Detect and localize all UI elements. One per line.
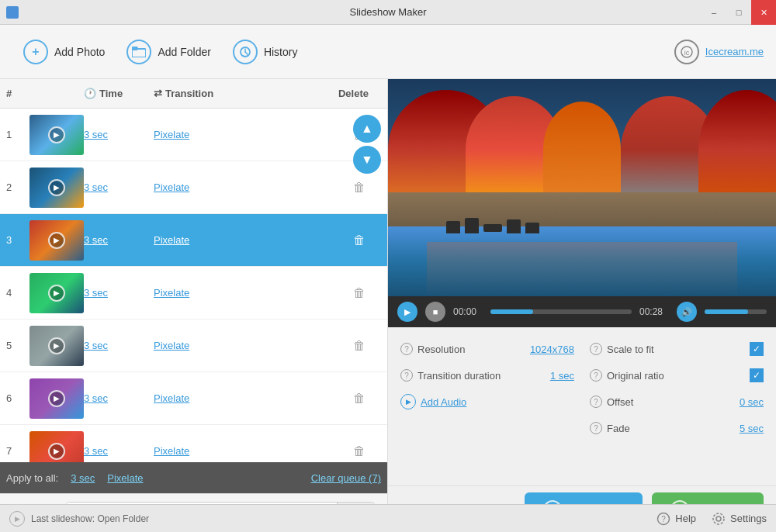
slide-transition-link[interactable]: Pixelate xyxy=(154,340,189,351)
slide-thumbnail: ▶ xyxy=(29,378,84,419)
clock-icon: 🕐 xyxy=(84,88,96,99)
slide-time: 3 sec xyxy=(84,234,154,246)
apply-transition-link[interactable]: Pixelate xyxy=(107,472,143,484)
transition-duration-row: ? Transition duration 1 sec xyxy=(400,364,574,386)
offset-value[interactable]: 0 sec xyxy=(740,396,764,408)
slide-num: 1 xyxy=(6,129,29,140)
volume-button[interactable]: 🔊 xyxy=(677,302,697,322)
delete-button[interactable]: 🗑 xyxy=(353,339,365,353)
transition-help-icon[interactable]: ? xyxy=(400,369,413,382)
offset-row: ? Offset 0 sec xyxy=(590,391,764,413)
slide-num: 3 xyxy=(6,234,29,246)
svg-point-10 xyxy=(713,513,724,524)
nav-up-button[interactable]: ▲ xyxy=(353,115,381,143)
slide-transition: Pixelate xyxy=(154,340,262,351)
main-content: # 🕐 Time ⇄ Transition Delete 1 ▶ 3 sec xyxy=(0,79,776,532)
slide-transition: Pixelate xyxy=(154,445,262,457)
fade-label: Fade xyxy=(607,423,735,434)
video-preview: ▶ ■ 00:00 00:28 🔊 xyxy=(388,79,776,327)
toolbar-right: ic Icecream.me xyxy=(674,40,764,64)
slide-delete: 🗑 xyxy=(262,444,381,458)
slide-transition-link[interactable]: Pixelate xyxy=(154,445,189,457)
slide-transition-link[interactable]: Pixelate xyxy=(154,392,189,404)
slide-transition-link[interactable]: Pixelate xyxy=(154,129,189,140)
delete-button[interactable]: 🗑 xyxy=(353,286,365,300)
slide-row[interactable]: 1 ▶ 3 sec Pixelate 🗑 xyxy=(0,109,387,161)
slide-thumbnail: ▶ xyxy=(29,168,84,208)
delete-button[interactable]: 🗑 xyxy=(353,392,365,406)
volume-bar[interactable] xyxy=(705,309,767,314)
history-button[interactable]: History xyxy=(222,33,309,71)
help-button[interactable]: ? Help xyxy=(656,512,696,526)
close-button[interactable]: ✕ xyxy=(751,0,776,25)
thumbnail-play-icon: ▶ xyxy=(48,232,65,249)
original-ratio-check[interactable]: ✓ xyxy=(750,368,764,382)
landscape xyxy=(388,79,776,296)
transition-duration-label: Transition duration xyxy=(417,370,546,382)
add-photo-icon: + xyxy=(23,40,48,64)
scale-help-icon[interactable]: ? xyxy=(590,343,602,355)
slide-row[interactable]: 4 ▶ 3 sec Pixelate 🗑 xyxy=(0,267,387,320)
settings-button[interactable]: Settings xyxy=(712,512,767,526)
slide-row[interactable]: 3 ▶ 3 sec Pixelate 🗑 xyxy=(0,214,387,267)
slide-time: 3 sec xyxy=(84,129,154,140)
slide-list[interactable]: 1 ▶ 3 sec Pixelate 🗑 2 ▶ xyxy=(0,109,387,462)
progress-bar[interactable] xyxy=(490,309,632,314)
fade-value[interactable]: 5 sec xyxy=(740,423,764,434)
resolution-value[interactable]: 1024x768 xyxy=(530,344,574,355)
transition-icon: ⇄ xyxy=(154,88,162,99)
slide-row[interactable]: 2 ▶ 3 sec Pixelate 🗑 xyxy=(0,161,387,214)
slide-row[interactable]: 6 ▶ 3 sec Pixelate 🗑 xyxy=(0,372,387,425)
slide-time-link[interactable]: 3 sec xyxy=(84,129,108,140)
fade-help-icon[interactable]: ? xyxy=(590,422,602,434)
slide-delete: 🗑 xyxy=(262,339,381,353)
scale-to-fit-check[interactable]: ✓ xyxy=(750,342,764,356)
slide-transition-link[interactable]: Pixelate xyxy=(154,234,189,246)
original-help-icon[interactable]: ? xyxy=(590,369,602,382)
apply-time-link[interactable]: 3 sec xyxy=(71,472,95,484)
slide-transition-link[interactable]: Pixelate xyxy=(154,181,189,193)
time-total: 00:28 xyxy=(639,306,669,317)
stop-button[interactable]: ■ xyxy=(425,302,445,322)
slide-delete: 🗑 xyxy=(262,181,381,195)
slide-time-link[interactable]: 3 sec xyxy=(84,181,108,193)
slide-time-link[interactable]: 3 sec xyxy=(84,234,108,246)
transition-duration-value[interactable]: 1 sec xyxy=(550,370,574,382)
history-label: History xyxy=(264,46,298,58)
offset-help-icon[interactable]: ? xyxy=(590,396,602,408)
slide-transition: Pixelate xyxy=(154,234,262,246)
slide-time-link[interactable]: 3 sec xyxy=(84,392,108,404)
maximize-button[interactable]: □ xyxy=(726,0,751,25)
status-bar: ▶ Last slideshow: Open Folder ? Help Set… xyxy=(0,504,776,532)
delete-button[interactable]: 🗑 xyxy=(353,181,365,195)
delete-button[interactable]: 🗑 xyxy=(353,233,365,247)
nav-down-button[interactable]: ▼ xyxy=(353,146,381,174)
add-photo-button[interactable]: + Add Photo xyxy=(12,33,116,71)
resolution-label: Resolution xyxy=(417,344,525,355)
minimize-button[interactable]: – xyxy=(702,0,726,25)
svg-text:?: ? xyxy=(661,515,666,523)
add-audio-link[interactable]: Add Audio xyxy=(421,396,466,408)
delete-button[interactable]: 🗑 xyxy=(353,444,365,458)
slide-time: 3 sec xyxy=(84,287,154,299)
slide-num: 6 xyxy=(6,392,29,404)
resolution-help-icon[interactable]: ? xyxy=(400,343,413,355)
slide-row[interactable]: 5 ▶ 3 sec Pixelate 🗑 xyxy=(0,320,387,372)
slide-row[interactable]: 7 ▶ 3 sec Pixelate 🗑 xyxy=(0,425,387,462)
slide-transition: Pixelate xyxy=(154,287,262,299)
settings-icon xyxy=(712,512,726,526)
clear-queue-link[interactable]: Clear queue (7) xyxy=(311,472,381,484)
slide-transition-link[interactable]: Pixelate xyxy=(154,287,189,299)
slide-num: 2 xyxy=(6,181,29,193)
add-folder-button[interactable]: Add Folder xyxy=(116,33,221,71)
slide-time-link[interactable]: 3 sec xyxy=(84,340,108,351)
apply-bar: Apply to all: 3 sec Pixelate Clear queue… xyxy=(0,462,387,493)
slide-thumbnail: ▶ xyxy=(29,115,84,155)
icecream-logo: ic xyxy=(674,40,699,64)
play-button[interactable]: ▶ xyxy=(397,302,417,322)
icecream-link[interactable]: Icecream.me xyxy=(705,46,764,57)
add-audio-row: ▶ Add Audio xyxy=(400,391,574,413)
slide-time-link[interactable]: 3 sec xyxy=(84,445,108,457)
slide-time-link[interactable]: 3 sec xyxy=(84,287,108,299)
slide-thumbnail: ▶ xyxy=(29,273,84,313)
